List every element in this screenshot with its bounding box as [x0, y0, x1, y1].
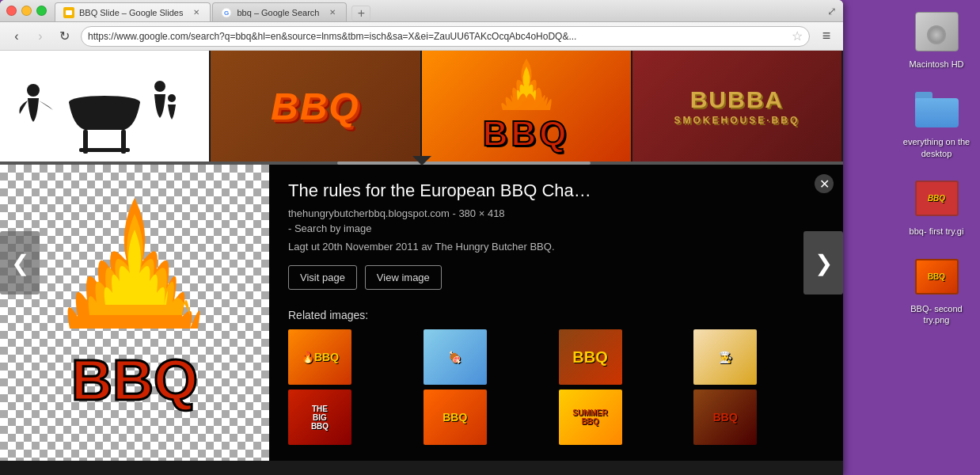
- flame-decoration-svg: [479, 55, 574, 118]
- detail-panel: BBQ ✕ The rules for the European BBQ Cha…: [0, 165, 843, 461]
- related-thumb-5[interactable]: THEBIGBBQ: [288, 390, 351, 445]
- bbq-text-flame: BBQ: [422, 51, 631, 162]
- related-thumb-1-text: 🔥BBQ: [301, 351, 339, 363]
- bookmark-star-icon[interactable]: ☆: [792, 28, 803, 44]
- bbq-gif-icon-image: BBQ: [913, 175, 960, 222]
- window-restore-button[interactable]: ⤢: [827, 5, 837, 17]
- desktop: Macintosh HD everything on the desktop B…: [0, 0, 980, 475]
- svg-point-9: [154, 81, 165, 92]
- tab-search[interactable]: G bbq – Google Search ✕: [212, 2, 347, 21]
- related-images: 🔥BBQ 🍖 BBQ 👨‍🍳 THEBIGBB: [288, 329, 824, 445]
- forward-button[interactable]: ›: [30, 26, 51, 47]
- new-tab-button[interactable]: +: [351, 6, 370, 21]
- detail-source-url: thehungrybutcherbbq.blogspot.com: [288, 207, 450, 219]
- strip-arrow: [412, 156, 431, 165]
- bubba-sub-text: SMOKEHOUSE·BBQ: [674, 115, 800, 126]
- related-thumb-4-text: 👨‍🍳: [719, 351, 732, 363]
- tab-slides-close[interactable]: ✕: [191, 7, 202, 18]
- tab-slides-title: BBQ Slide – Google Slides: [79, 8, 183, 17]
- detail-image-area: BBQ: [0, 165, 269, 461]
- svg-text:BBQ: BBQ: [71, 348, 198, 412]
- tab-search-close[interactable]: ✕: [327, 7, 338, 18]
- related-thumb-7[interactable]: SUMMERBBQ: [559, 390, 622, 445]
- content-area: BBQ BBQ BUBBA SMOKE: [0, 51, 843, 475]
- folder-icon-image: [913, 86, 960, 133]
- svg-text:G: G: [224, 10, 229, 17]
- hard-drive-icon: [915, 12, 959, 51]
- detail-close-button[interactable]: ✕: [815, 174, 834, 193]
- strip-image-4[interactable]: BUBBA SMOKEHOUSE·BBQ: [632, 51, 843, 162]
- minimize-button[interactable]: [21, 6, 32, 16]
- bbq-silhouette: [0, 51, 209, 162]
- address-bar-container: ☆: [81, 26, 810, 47]
- detail-date: Lagt ut 20th November 2011 av The Hungry…: [288, 241, 824, 253]
- nav-bar: ‹ › ↻ ☆ ≡: [0, 22, 843, 51]
- related-thumb-8-text: BBQ: [713, 411, 738, 424]
- maximize-button[interactable]: [36, 6, 47, 16]
- related-thumb-5-text: THEBIGBBQ: [311, 405, 329, 431]
- detail-title: The rules for the European BBQ Cha…: [288, 180, 824, 201]
- macintosh-hd-label: Macintosh HD: [909, 59, 963, 70]
- detail-source: thehungrybutcherbbq.blogspot.com - 380 ×…: [288, 207, 824, 219]
- svg-point-8: [27, 84, 40, 97]
- everything-desktop-label: everything on the desktop: [901, 136, 972, 159]
- desktop-icons: Macintosh HD everything on the desktop B…: [901, 8, 972, 326]
- related-thumb-3-text: BBQ: [572, 348, 607, 367]
- tabs-container: BBQ Slide – Google Slides ✕ G bbq – Goog…: [55, 0, 837, 21]
- related-thumb-2[interactable]: 🍖: [424, 329, 487, 385]
- back-button[interactable]: ‹: [6, 26, 27, 47]
- visit-page-button[interactable]: Visit page: [288, 265, 357, 290]
- related-thumb-6[interactable]: BBQ: [424, 390, 487, 445]
- address-bar[interactable]: [88, 31, 788, 42]
- related-thumb-7-text: SUMMERBBQ: [572, 408, 607, 426]
- silhouette-svg: [13, 55, 196, 158]
- slides-favicon-icon: [63, 7, 74, 18]
- tab-search-title: bbq – Google Search: [237, 8, 319, 17]
- related-label: Related images:: [288, 309, 824, 321]
- view-image-button[interactable]: View image: [365, 265, 442, 290]
- bbq-second-try-icon[interactable]: BBQ BBQ- second try.png: [901, 253, 972, 326]
- bbq-gif-icon: BBQ: [915, 180, 959, 216]
- right-arrow-icon: ❯: [815, 250, 833, 276]
- right-nav-arrow[interactable]: ❯: [803, 231, 843, 294]
- related-thumb-4[interactable]: 👨‍🍳: [693, 329, 757, 385]
- browser-window: BBQ Slide – Google Slides ✕ G bbq – Goog…: [0, 0, 843, 475]
- strip-image-3[interactable]: BBQ: [422, 51, 632, 162]
- related-thumb-6-text: BBQ: [443, 411, 467, 424]
- bbq-text-brown: BBQ: [211, 51, 420, 162]
- bbq-png-icon: BBQ: [915, 259, 959, 294]
- strip-image-2[interactable]: BBQ: [211, 51, 421, 162]
- macintosh-hd-icon[interactable]: Macintosh HD: [901, 8, 972, 70]
- window-controls: [6, 6, 47, 16]
- image-strip: BBQ BBQ BUBBA SMOKE: [0, 51, 843, 162]
- folder-body: [915, 98, 959, 127]
- left-nav-arrow[interactable]: ❮: [0, 231, 40, 294]
- bbq-first-try-icon[interactable]: BBQ bbq- first try.gi: [901, 175, 972, 237]
- title-bar: BBQ Slide – Google Slides ✕ G bbq – Goog…: [0, 0, 843, 22]
- detail-info: ✕ The rules for the European BBQ Cha… th…: [269, 165, 843, 461]
- menu-button[interactable]: ≡: [816, 26, 837, 47]
- bbq-flame-image: BBQ: [24, 190, 245, 435]
- close-button[interactable]: [6, 6, 17, 16]
- tab-slides[interactable]: BBQ Slide – Google Slides ✕: [55, 2, 211, 21]
- related-thumb-1[interactable]: 🔥BBQ: [288, 329, 351, 385]
- detail-search-by: - Search by image: [288, 222, 824, 234]
- bbq-text-overlay: BBQ: [483, 114, 570, 154]
- left-arrow-icon: ❮: [11, 250, 29, 276]
- svg-rect-1: [66, 10, 72, 15]
- svg-point-10: [168, 94, 176, 102]
- bbq-first-try-label: bbq- first try.gi: [910, 226, 964, 237]
- everything-desktop-icon[interactable]: everything on the desktop: [901, 86, 972, 159]
- hd-icon-image: [913, 8, 960, 55]
- bubba-smokehouse-text: BUBBA SMOKEHOUSE·BBQ: [632, 51, 841, 162]
- bbq-png-icon-image: BBQ: [913, 253, 960, 300]
- related-thumb-8[interactable]: BBQ: [693, 390, 757, 445]
- bbq-flame-svg: BBQ: [24, 190, 245, 435]
- google-favicon-icon: G: [221, 7, 232, 18]
- related-thumb-2-text: 🍖: [448, 351, 462, 363]
- reload-button[interactable]: ↻: [54, 26, 74, 47]
- strip-image-1[interactable]: [0, 51, 211, 162]
- related-thumb-3[interactable]: BBQ: [559, 329, 622, 385]
- detail-buttons: Visit page View image: [288, 265, 824, 290]
- folder-icon: [915, 92, 959, 127]
